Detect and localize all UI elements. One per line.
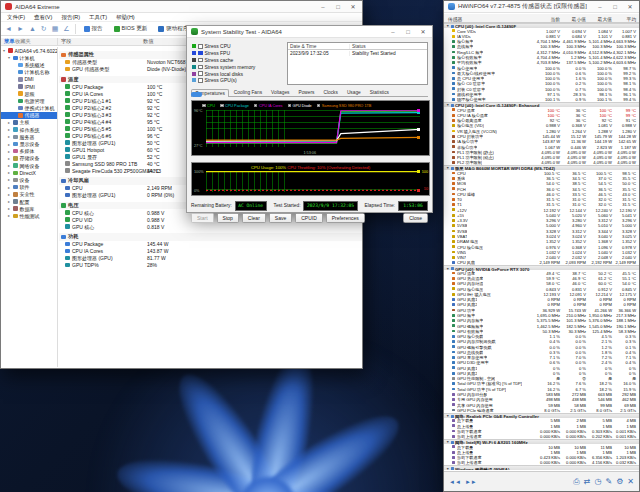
collapse-icon[interactable]: ▼ [446,467,449,470]
column-sensor[interactable]: 传感器 [448,16,462,22]
maximize-button[interactable]: □ [610,4,620,10]
menu-item[interactable]: 查看(V) [34,14,52,21]
expander-icon[interactable]: ▸ [7,142,11,147]
legend-checkbox[interactable] [317,104,321,108]
expander-icon[interactable]: ▸ [7,120,11,125]
checkbox-unchecked[interactable] [198,71,203,76]
sidebar-item-DirectX[interactable]: ▸DirectX [1,169,57,176]
close-button[interactable]: ✕ [625,3,635,10]
expander-icon[interactable]: ▸ [7,206,11,211]
sidebar-item-安全性[interactable]: ▸安全性 [1,191,57,198]
expander-icon[interactable]: ▸ [7,170,11,175]
sidebar-item-软件[interactable]: ▸软件 [1,184,57,191]
sidebar-item-显示设备[interactable]: ▸显示设备 [1,140,57,147]
sidebar-item-操作系统[interactable]: ▸操作系统 [1,126,57,133]
sidebar-item-便携式计算机[interactable]: 便携式计算机 [1,105,57,112]
expander-icon[interactable]: ▾ [2,48,6,53]
sidebar-item-性能测试[interactable]: ▸性能测试 [1,212,57,219]
settings-gear-icon[interactable]: ⚙ [616,478,623,486]
chart-icon[interactable]: ∠ [63,25,69,32]
stress-option[interactable]: Stress GPU(s) [192,77,284,84]
quit-icon[interactable]: ✕ [627,478,634,486]
legend-checkbox[interactable] [220,104,224,108]
expander-icon[interactable]: ▸ [7,163,11,168]
sensor-row[interactable]: GPU TDP%28% [59,262,362,269]
stress-option[interactable]: Stress CPU [192,43,284,50]
menu-item[interactable]: 文件(F) [7,14,25,21]
checkbox-unchecked[interactable] [198,58,203,63]
sidebar-item-网络设备[interactable]: ▸网络设备 [1,162,57,169]
stability-test-window[interactable]: System Stability Test - AIDA64 –□✕ Stres… [186,25,433,213]
expander-icon[interactable]: ▸ [7,213,11,218]
sidebar-item-系统概述[interactable]: 系统概述 [1,61,57,68]
legend-item[interactable]: CPU Package [220,104,249,108]
sidebar-item-配置[interactable]: ▸配置 [1,198,57,205]
hwinfo-window[interactable]: HWiNFO64 v7.27-4875 传感器状态 [仅限传感器] –□✕ 传感… [443,0,640,492]
checkbox-unchecked[interactable] [198,44,203,49]
sidebar-item-IPMI[interactable]: IPMI [1,83,57,90]
legend-checkbox[interactable] [202,104,206,108]
minimize-button[interactable]: – [318,4,328,10]
checkbox-unchecked[interactable] [198,65,203,70]
stop-button[interactable]: Stop [217,213,239,223]
polling-clock-icon[interactable]: ◷ [594,478,601,486]
clear-button[interactable]: Clear [242,213,266,223]
legend-item[interactable]: Samsung SSD 980 PRO 1TB [317,104,372,108]
tab-menu[interactable]: 菜单 [1,38,15,45]
sidebar-item-AIDA64 v6.74.6022 Beta[interactable]: ▾AIDA64 v6.74.6022 Beta [1,47,57,54]
sidebar-item-电源管理[interactable]: 电源管理 [1,97,57,104]
report-button[interactable]: 报告 [81,24,106,33]
close-button[interactable]: ✕ [348,3,358,10]
test-log[interactable]: Date & Time Status 2023/9/9 17:32:05Stab… [287,42,428,85]
sensor-group-header[interactable]: ▼Windows 硬件错误 (WHEA) [444,465,639,470]
expander-icon[interactable]: ▸ [7,156,11,161]
sidebar-item-存储设备[interactable]: ▸存储设备 [1,155,57,162]
stress-option[interactable]: Stress cache [192,57,284,64]
sidebar-item-多媒体[interactable]: ▸多媒体 [1,148,57,155]
sidebar-item-传感器[interactable]: 传感器 [1,112,57,119]
sidebar-item-主板[interactable]: ▸主板 [1,119,57,126]
tab-clocks[interactable]: Clocks [319,88,342,96]
aida64-nav-tree[interactable]: ▾AIDA64 v6.74.6022 Beta▾计算机系统概述计算机名称DMII… [1,47,58,367]
cpuid-button[interactable]: CPUID [295,213,323,223]
column-average[interactable]: 平均 [626,16,636,22]
sidebar-item-计算机名称[interactable]: 计算机名称 [1,69,57,76]
legend-scroll-thumb[interactable] [191,92,202,97]
expander-icon[interactable]: ▸ [7,185,11,190]
stress-option[interactable]: Stress system memory [192,63,284,70]
expander-icon[interactable]: ▸ [7,149,11,154]
expander-icon[interactable]: ▸ [7,192,11,197]
aida64-titlebar[interactable]: AIDA64 Extreme –□✕ [1,1,362,13]
stability-test-titlebar[interactable]: System Stability Test - AIDA64 –□✕ [187,26,432,38]
minimize-button[interactable]: – [388,29,398,35]
log-row[interactable]: 2023/9/9 17:32:05Stability Test Started [288,50,427,57]
column-maximum[interactable]: 最大值 [598,16,612,22]
tab-statistics[interactable]: Statistics [365,88,393,96]
tab-favorites[interactable]: 收藏夹 [15,38,57,45]
expander-icon[interactable]: ▸ [7,134,11,139]
sidebar-item-DMI[interactable]: DMI [1,76,57,83]
back-icon[interactable]: ◄ [5,25,12,32]
expander-icon[interactable]: ▸ [7,177,11,182]
sidebar-item-数据库[interactable]: ▸数据库 [1,205,57,212]
log-column-datetime[interactable]: Date & Time [288,44,350,49]
legend-item[interactable]: CPU [202,104,215,108]
expander-icon[interactable]: ▾ [7,55,11,60]
tab-usage[interactable]: Usage [342,88,365,96]
expander-icon[interactable]: ▸ [7,199,11,204]
menu-item[interactable]: 报告(R) [61,14,80,21]
print-icon[interactable]: ⎙ [573,478,579,486]
legend-checkbox[interactable] [288,104,292,108]
sensor-row[interactable]: 图形处理器 (GPU)81.77 W [59,255,362,262]
maximize-button[interactable]: □ [333,4,343,10]
checkbox-checked[interactable] [198,51,203,56]
minimize-button[interactable]: – [595,4,605,10]
close-button[interactable]: Close [403,213,428,223]
bios-update-button[interactable]: BIOS 更新 [111,24,151,33]
stress-option[interactable]: Stress local disks [192,70,284,77]
sidebar-item-设备[interactable]: ▸设备 [1,176,57,183]
tab-voltages[interactable]: Voltages [267,88,294,96]
collapse-all-icon[interactable]: ◄◄ [449,479,461,485]
sidebar-item-超频[interactable]: 超频 [1,90,57,97]
column-value[interactable]: 数值 [143,38,154,45]
